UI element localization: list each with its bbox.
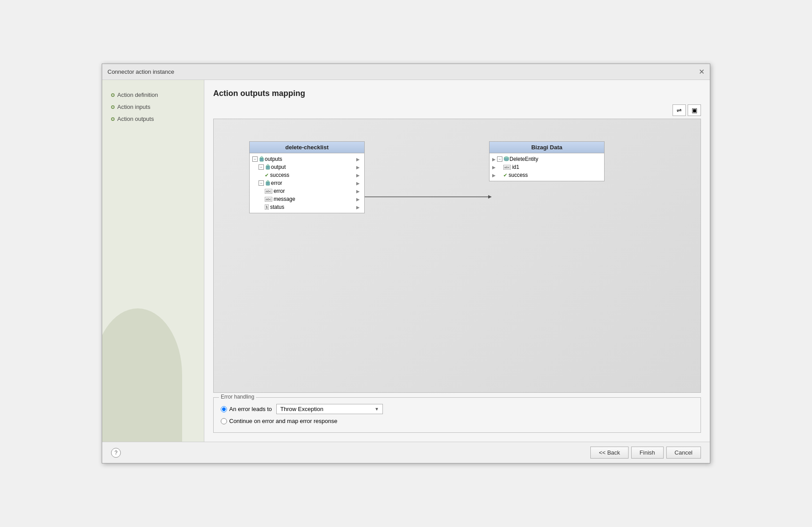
radio-label-1: An error leads to	[229, 406, 272, 412]
expand-icon[interactable]: −	[259, 164, 264, 170]
mapping-inner: delete-checklist −	[214, 119, 701, 392]
tree-label: outputs	[265, 156, 282, 162]
grid-icon: ▣	[692, 107, 697, 114]
title-bar: Connector action instance ✕	[102, 64, 710, 80]
sidebar-item-action-inputs[interactable]: Action inputs	[109, 101, 197, 113]
right-box-title: Bizagi Data	[490, 142, 604, 153]
svg-rect-5	[267, 183, 269, 184]
svg-rect-0	[260, 158, 263, 161]
abc-icon: abc	[503, 165, 511, 170]
toolbar: ⇌ ▣	[213, 104, 701, 116]
dropdown-value: Throw Exception	[280, 406, 323, 412]
left-tree-box: delete-checklist −	[249, 141, 365, 213]
sidebar-dot	[111, 93, 115, 97]
svg-rect-4	[266, 182, 270, 185]
left-arrow: ▶	[492, 165, 496, 170]
footer-left: ?	[111, 448, 588, 458]
check-icon: ✔	[503, 172, 507, 178]
bag-icon	[265, 180, 271, 186]
mapping-canvas: delete-checklist −	[213, 119, 701, 393]
mapping-toolbar-btn2[interactable]: ▣	[688, 104, 701, 116]
tree-label: id1	[512, 164, 519, 170]
svg-point-7	[504, 157, 509, 159]
tree-arrow: ▶	[356, 173, 360, 178]
tree-row: ✔ success ▶	[252, 171, 362, 179]
sidebar-item-action-outputs[interactable]: Action outputs	[109, 113, 197, 125]
dialog-window: Connector action instance ✕ Action defin…	[102, 64, 710, 463]
tree-row: ▶ abc id1	[492, 163, 601, 171]
tree-row: abc message ▶	[252, 195, 362, 203]
tree-arrow: ▶	[356, 189, 360, 194]
radio-continue-on-error[interactable]: Continue on error and map error response	[221, 418, 338, 424]
tree-label: message	[274, 196, 295, 202]
mapping-icon: ⇌	[677, 107, 682, 114]
svg-rect-1	[261, 159, 263, 160]
main-panel: Action outputs mapping ⇌ ▣ delete-checkl…	[204, 80, 710, 442]
db-icon	[503, 156, 509, 162]
left-box-body: − outputs ▶	[250, 153, 364, 213]
tree-label: error	[274, 188, 285, 194]
tree-label: DeleteEntity	[509, 156, 538, 162]
bag-icon	[265, 164, 271, 170]
tree-row: abc error ▶	[252, 187, 362, 195]
tree-label: success	[509, 172, 528, 178]
tree-label: error	[271, 180, 282, 186]
radio-input-2[interactable]	[221, 418, 227, 424]
radio-error-leads-to[interactable]: An error leads to	[221, 406, 272, 412]
tree-row: 1 status ▶	[252, 203, 362, 211]
chevron-down-icon: ▼	[374, 407, 379, 411]
check-icon: ✔	[265, 172, 269, 178]
cancel-button[interactable]: Cancel	[666, 447, 701, 459]
throw-exception-dropdown[interactable]: Throw Exception ▼	[276, 404, 383, 414]
sidebar-dot	[111, 117, 115, 121]
svg-rect-3	[267, 167, 269, 168]
radio-input-1[interactable]	[221, 406, 227, 412]
page-title: Action outputs mapping	[213, 89, 701, 98]
tree-label: success	[270, 172, 289, 178]
radio-label-2: Continue on error and map error response	[229, 418, 338, 424]
back-button[interactable]: << Back	[590, 447, 629, 459]
num-icon: 1	[265, 204, 269, 210]
tree-row: − error ▶	[252, 179, 362, 187]
sidebar-item-label: Action definition	[117, 92, 158, 98]
sidebar-dot	[111, 105, 115, 109]
error-row-2: Continue on error and map error response	[221, 416, 693, 426]
tree-arrow: ▶	[356, 181, 360, 186]
right-tree-box: Bizagi Data ▶ − D	[489, 141, 605, 181]
right-box-body: ▶ − DeleteEntity	[490, 153, 604, 181]
sidebar-decoration	[102, 308, 182, 442]
sidebar-item-action-definition[interactable]: Action definition	[109, 89, 197, 101]
content-area: Action definition Action inputs Action o…	[102, 80, 710, 442]
sidebar-item-label: Action inputs	[117, 104, 150, 110]
tree-label: status	[270, 204, 284, 210]
expand-icon[interactable]: −	[259, 180, 264, 186]
mapping-toolbar-btn1[interactable]: ⇌	[673, 104, 686, 116]
abc-icon: abc	[265, 189, 272, 194]
left-arrow: ▶	[492, 157, 496, 162]
sidebar: Action definition Action inputs Action o…	[102, 80, 204, 442]
footer: ? << Back Finish Cancel	[102, 442, 710, 463]
expand-icon[interactable]: −	[497, 156, 502, 162]
finish-button[interactable]: Finish	[631, 447, 664, 459]
dialog-title: Connector action instance	[107, 68, 174, 75]
tree-label: output	[271, 164, 286, 170]
tree-arrow: ▶	[356, 205, 360, 210]
abc-icon: abc	[265, 197, 272, 202]
help-button[interactable]: ?	[111, 448, 121, 458]
tree-arrow: ▶	[356, 165, 360, 170]
expand-icon[interactable]: −	[252, 156, 258, 162]
svg-rect-2	[266, 166, 270, 169]
tree-arrow: ▶	[356, 157, 360, 162]
error-handling-legend: Error handling	[219, 394, 256, 400]
bag-icon	[259, 156, 265, 162]
left-box-title: delete-checklist	[250, 142, 364, 153]
error-row-1: An error leads to Throw Exception ▼	[221, 402, 693, 416]
left-arrow: ▶	[492, 173, 496, 178]
tree-row: ▶ ✔ success	[492, 171, 601, 179]
sidebar-item-label: Action outputs	[117, 116, 154, 122]
tree-row: − outputs ▶	[252, 155, 362, 163]
arrow-head	[488, 195, 492, 199]
close-button[interactable]: ✕	[699, 68, 705, 76]
error-handling-section: Error handling An error leads to Throw E…	[213, 397, 701, 433]
tree-row: ▶ − DeleteEntity	[492, 155, 601, 163]
